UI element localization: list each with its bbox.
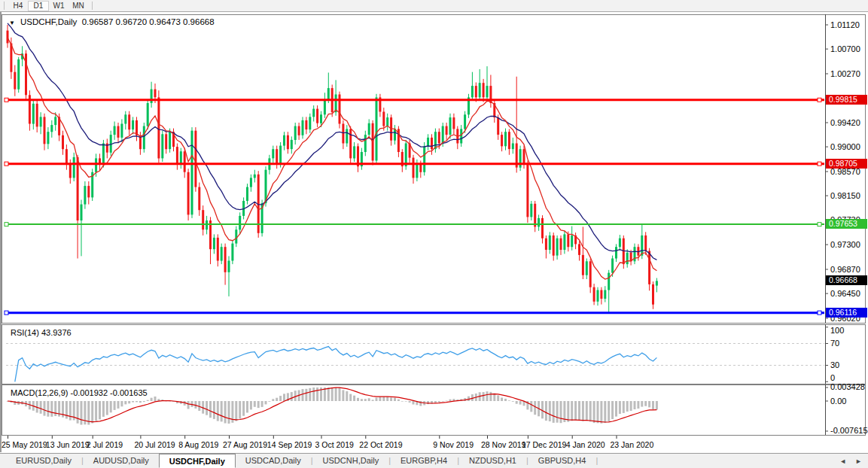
timeframe-button-d1[interactable]: D1 [28, 1, 49, 11]
tab-usdcnh-daily[interactable]: USDCNH,Daily [313, 454, 389, 468]
main-chart-pane[interactable] [2, 14, 866, 324]
tab-eurgbp-h4[interactable]: EURGBP,H4 [391, 454, 457, 468]
tab-nzdusd-h1[interactable]: NZDUSD,H1 [459, 454, 526, 468]
tab-scroll-right-icon[interactable]: ► [855, 457, 862, 465]
timeframe-button-w1[interactable]: W1 [49, 1, 69, 11]
macd-indicator-pane[interactable] [2, 384, 866, 436]
tab-separator: | [595, 454, 598, 468]
toolbar-separator [92, 2, 93, 10]
tab-scroll-controls: ◄ ► [839, 454, 868, 468]
rsi-indicator-pane[interactable] [2, 324, 866, 384]
tab-eurusd-daily[interactable]: EURUSD,Daily [6, 454, 81, 468]
toolbar-separator [4, 2, 5, 10]
tab-usdcad-daily[interactable]: USDCAD,Daily [236, 454, 311, 468]
symbol-tab-bar: EURUSD,Daily | AUDUSD,Daily USDCHF,Daily… [0, 453, 868, 468]
timeframe-button-h4[interactable]: H4 [8, 1, 28, 11]
price-axis[interactable] [825, 14, 868, 436]
tab-gbpusd-h4[interactable]: GBPUSD,H4 [528, 454, 596, 468]
time-axis[interactable] [2, 436, 866, 452]
tab-scroll-left-icon[interactable]: ◄ [839, 457, 846, 465]
tab-usdchf-daily[interactable]: USDCHF,Daily [159, 454, 236, 468]
timeframe-button-mn[interactable]: MN [69, 1, 88, 11]
tab-audusd-daily[interactable]: AUDUSD,Daily [84, 454, 159, 468]
timeframe-toolbar: H4 D1 W1 MN [0, 0, 868, 12]
